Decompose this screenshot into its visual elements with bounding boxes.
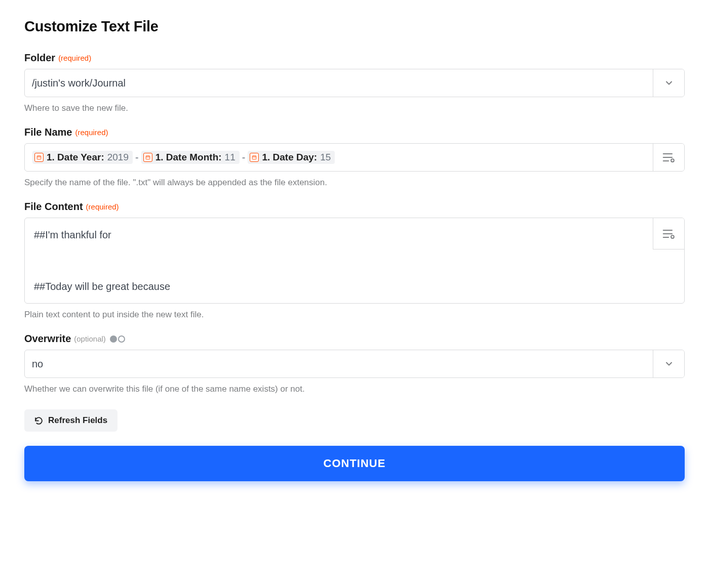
token-separator: - (240, 152, 248, 163)
svg-rect-8 (253, 156, 257, 159)
insert-data-icon (662, 152, 676, 163)
refresh-icon (34, 416, 43, 425)
chevron-down-icon (664, 78, 674, 88)
folder-dropdown-toggle[interactable] (653, 69, 684, 97)
token-value: 11 (225, 152, 235, 163)
token-label: 1. Date Month: (155, 152, 222, 163)
filename-insert-data-button[interactable] (653, 144, 684, 171)
overwrite-help: Whether we can overwrite this file (if o… (24, 384, 685, 394)
filecontent-textarea[interactable]: ##I'm thankful for ##Today will be great… (25, 218, 653, 303)
filename-token[interactable]: 1. Date Year: 2019 (32, 151, 133, 164)
folder-required-tag: (required) (58, 54, 91, 62)
folder-field-group: Folder (required) /justin's work/Journal… (24, 52, 685, 113)
filecontent-field-group: File Content (required) ##I'm thankful f… (24, 201, 685, 320)
filecontent-insert-data-button[interactable] (653, 218, 684, 249)
calendar-icon (34, 153, 44, 162)
token-value: 15 (320, 152, 331, 163)
chevron-down-icon (664, 359, 674, 369)
folder-label: Folder (24, 52, 55, 64)
filecontent-help: Plain text content to put inside the new… (24, 310, 685, 320)
toggle-dot-filled-icon (110, 335, 117, 343)
filename-label: File Name (24, 127, 72, 138)
overwrite-dropdown-toggle[interactable] (653, 350, 684, 377)
filename-label-row: File Name (required) (24, 127, 685, 138)
filecontent-required-tag: (required) (86, 202, 119, 211)
filecontent-label-row: File Content (required) (24, 201, 685, 213)
refresh-fields-button[interactable]: Refresh Fields (24, 409, 117, 432)
filename-required-tag: (required) (75, 128, 108, 137)
overwrite-optional-tag: (optional) (74, 334, 106, 343)
token-label: 1. Date Year: (47, 152, 104, 163)
folder-label-row: Folder (required) (24, 52, 685, 64)
refresh-fields-label: Refresh Fields (48, 415, 107, 426)
filename-token[interactable]: 1. Date Day: 15 (248, 151, 335, 164)
token-value: 2019 (107, 152, 129, 163)
filename-token[interactable]: 1. Date Month: 11 (141, 151, 240, 164)
overwrite-value: no (25, 350, 653, 377)
overwrite-field-group: Overwrite (optional) no Whether we can o… (24, 333, 685, 394)
filename-help: Specify the name of the file. ".txt" wil… (24, 178, 685, 188)
filename-field-group: File Name (required) 1. Date Year: 2019 … (24, 127, 685, 188)
calendar-icon (250, 153, 259, 162)
continue-button[interactable]: CONTINUE (24, 446, 685, 481)
calendar-icon (143, 153, 152, 162)
svg-rect-4 (146, 156, 150, 159)
overwrite-label-row: Overwrite (optional) (24, 333, 685, 345)
overwrite-mode-toggle[interactable] (110, 335, 125, 343)
insert-data-icon (662, 228, 676, 239)
toggle-dot-hollow-icon (118, 335, 125, 343)
page-title: Customize Text File (24, 18, 685, 35)
overwrite-select[interactable]: no (24, 350, 685, 378)
folder-value: /justin's work/Journal (25, 69, 653, 97)
filecontent-input[interactable]: ##I'm thankful for ##Today will be great… (24, 218, 685, 304)
token-separator: - (133, 152, 141, 163)
token-label: 1. Date Day: (262, 152, 317, 163)
svg-rect-0 (37, 156, 41, 159)
folder-select[interactable]: /justin's work/Journal (24, 69, 685, 97)
overwrite-label: Overwrite (24, 333, 71, 345)
filename-token-area[interactable]: 1. Date Year: 2019 - 1. Date Month: 11 -… (25, 144, 653, 171)
folder-help: Where to save the new file. (24, 103, 685, 113)
filename-input[interactable]: 1. Date Year: 2019 - 1. Date Month: 11 -… (24, 143, 685, 172)
filecontent-label: File Content (24, 201, 83, 213)
